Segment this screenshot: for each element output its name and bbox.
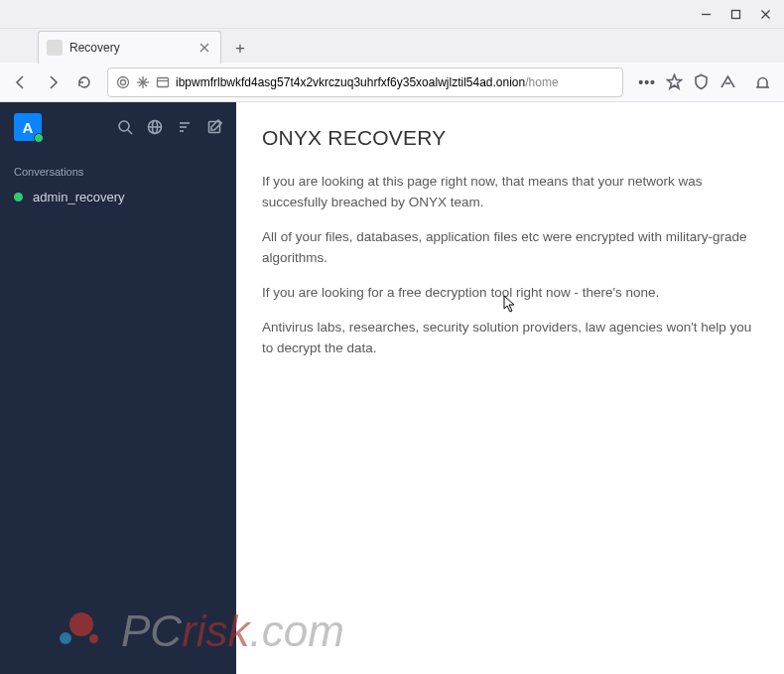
forward-button[interactable] — [39, 68, 66, 96]
close-window-button[interactable] — [750, 2, 780, 26]
compose-icon[interactable] — [206, 119, 222, 135]
url-path: /home — [525, 75, 558, 89]
sort-icon[interactable] — [177, 119, 193, 135]
svg-marker-14 — [668, 75, 682, 89]
svg-line-18 — [128, 130, 132, 134]
main-content: ONYX RECOVERY If you are looking at this… — [236, 102, 784, 674]
page-viewport: A Conversations admin_recovery ONYX RECO… — [0, 102, 784, 674]
chat-sidebar: A Conversations admin_recovery — [0, 102, 236, 674]
onion-circuit-icon — [116, 75, 130, 89]
back-button[interactable] — [7, 68, 35, 96]
tab-bar: Recovery + — [0, 29, 784, 63]
site-info-icon — [156, 75, 170, 89]
page-title: ONYX RECOVERY — [262, 126, 758, 150]
avatar[interactable]: A — [14, 113, 42, 141]
conversation-item[interactable]: admin_recovery — [0, 184, 236, 210]
security-shield-icon[interactable] — [693, 73, 710, 90]
new-identity-icon[interactable] — [754, 73, 771, 90]
paragraph: Antivirus labs, researches, security sol… — [262, 318, 758, 359]
bookmark-star-icon[interactable] — [666, 73, 683, 90]
search-icon[interactable] — [117, 119, 133, 135]
reload-button[interactable] — [70, 68, 98, 96]
url-domain: ibpwmfrlbwkfd4asg57t4x2vkrczuq3uhrfxf6y3… — [176, 75, 525, 89]
svg-point-6 — [118, 76, 129, 87]
new-tab-button[interactable]: + — [226, 35, 254, 63]
status-dot-icon — [14, 193, 23, 202]
sidebar-header: A — [0, 102, 236, 152]
paragraph: If you are looking at this page right no… — [262, 172, 758, 213]
svg-point-17 — [119, 121, 129, 131]
paragraph: All of your files, databases, applicatio… — [262, 227, 758, 269]
avatar-initial: A — [23, 119, 34, 136]
identity-icons[interactable] — [116, 75, 170, 89]
minimize-button[interactable] — [691, 2, 720, 26]
tab-title: Recovery — [69, 41, 196, 55]
browser-tab[interactable]: Recovery — [38, 31, 221, 64]
url-text: ibpwmfrlbwkfd4asg57t4x2vkrczuq3uhrfxf6y3… — [176, 75, 614, 89]
svg-rect-12 — [158, 77, 169, 86]
svg-point-7 — [121, 79, 126, 84]
window-titlebar — [0, 0, 784, 29]
security-level-icon[interactable] — [719, 73, 736, 90]
page-actions-icon[interactable]: ••• — [638, 74, 656, 90]
close-tab-icon[interactable] — [196, 40, 212, 56]
conversation-label: admin_recovery — [33, 190, 125, 204]
svg-rect-1 — [731, 10, 739, 18]
paragraph: If you are looking for a free decryption… — [262, 283, 758, 304]
tab-favicon — [47, 40, 63, 56]
conversations-heading: Conversations — [0, 152, 236, 184]
globe-icon[interactable] — [147, 119, 163, 135]
address-bar[interactable]: ibpwmfrlbwkfd4asg57t4x2vkrczuq3uhrfxf6y3… — [107, 67, 623, 97]
nav-bar: ibpwmfrlbwkfd4asg57t4x2vkrczuq3uhrfxf6y3… — [0, 63, 784, 102]
toolbar-right: ••• — [632, 73, 777, 90]
permissions-icon — [136, 75, 150, 89]
maximize-button[interactable] — [720, 2, 750, 26]
